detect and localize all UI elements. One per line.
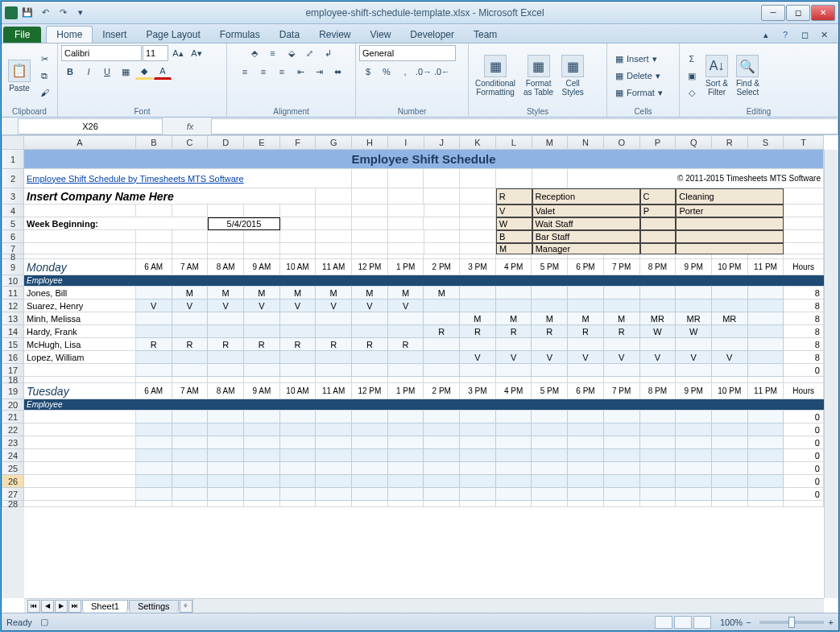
cell-D20[interactable] (208, 399, 244, 411)
cell-S17[interactable] (748, 364, 784, 377)
cell-G9[interactable]: 11 AM (316, 259, 352, 275)
name-box[interactable] (18, 118, 163, 134)
cell-P10[interactable] (640, 275, 677, 287)
cell-S23[interactable] (748, 436, 784, 449)
cell-C28[interactable] (172, 501, 209, 507)
cell-M22[interactable] (532, 423, 568, 436)
cell-J9[interactable]: 2 PM (424, 259, 460, 275)
cell-S14[interactable] (748, 325, 784, 338)
fill-icon[interactable]: ▣ (683, 68, 701, 84)
cell-L10[interactable] (496, 275, 532, 287)
cell-J14[interactable]: R (424, 325, 460, 338)
cell-Q23[interactable] (676, 436, 712, 449)
cell-D9[interactable]: 8 AM (208, 259, 244, 275)
cell-C25[interactable] (172, 462, 209, 475)
cell-G11[interactable]: M (316, 287, 352, 299)
cell-E16[interactable] (244, 351, 280, 364)
cell-G12[interactable]: V (316, 299, 352, 312)
cell-F18[interactable] (280, 377, 317, 383)
cell-T7[interactable] (784, 243, 824, 254)
cell-I12[interactable]: V (388, 299, 424, 312)
zoom-level[interactable]: 100% (720, 618, 743, 627)
cell-D19[interactable]: 8 AM (208, 383, 244, 399)
cell-M17[interactable] (532, 364, 568, 377)
tab-data[interactable]: Data (270, 27, 309, 43)
cell-P16[interactable]: V (640, 351, 677, 364)
row-header-18[interactable]: 18 (2, 377, 24, 383)
minimize-button[interactable]: ─ (761, 5, 785, 21)
cell-O17[interactable] (604, 364, 640, 377)
cell-O11[interactable] (604, 287, 640, 299)
cell-I17[interactable] (388, 364, 424, 377)
cell-H12[interactable]: V (352, 299, 388, 312)
cell-A4[interactable] (24, 204, 136, 217)
col-header-A[interactable]: A (24, 135, 136, 150)
row-header-14[interactable]: 14 (2, 325, 24, 338)
cell-L20[interactable] (496, 399, 532, 411)
cell-G10[interactable] (316, 275, 352, 287)
cell-N2[interactable]: © 2011-2015 Timesheets MTS Software (568, 169, 824, 188)
cell-T6[interactable] (784, 230, 824, 243)
border-icon[interactable]: ▦ (117, 64, 134, 80)
cell-L7[interactable]: M (496, 243, 532, 254)
cell-P26[interactable] (640, 475, 677, 488)
cell-C24[interactable] (172, 449, 209, 462)
page-layout-view-button[interactable] (674, 616, 692, 629)
page-break-view-button[interactable] (693, 616, 711, 629)
cell-S26[interactable] (748, 475, 784, 488)
cell-G3[interactable] (316, 188, 352, 204)
cell-N17[interactable] (568, 364, 604, 377)
cell-A22[interactable] (24, 423, 136, 436)
cell-H18[interactable] (352, 377, 388, 383)
cell-J11[interactable]: M (424, 287, 460, 299)
row-header-23[interactable]: 23 (2, 436, 24, 449)
cell-T17[interactable]: 0 (784, 364, 824, 377)
cell-J22[interactable] (424, 423, 460, 436)
column-headers[interactable]: ABCDEFGHIJKLMNOPQRST (24, 135, 824, 150)
cell-B7[interactable] (136, 243, 172, 254)
cell-J15[interactable] (424, 338, 460, 351)
row-header-19[interactable]: 19 (2, 383, 24, 399)
cell-B14[interactable] (136, 325, 172, 338)
cell-O19[interactable]: 7 PM (604, 383, 640, 399)
cell-S13[interactable] (748, 312, 784, 325)
cell-A20[interactable]: Employee (24, 399, 136, 411)
cell-A26[interactable] (24, 475, 136, 488)
horizontal-scrollbar[interactable] (192, 599, 824, 613)
cell-J6[interactable] (424, 230, 461, 243)
col-header-N[interactable]: N (568, 135, 604, 150)
cell-E12[interactable]: V (244, 299, 280, 312)
cell-H16[interactable] (352, 351, 388, 364)
cell-J24[interactable] (424, 449, 460, 462)
cell-K3[interactable] (460, 188, 496, 204)
cell-M24[interactable] (532, 449, 568, 462)
cell-I19[interactable]: 1 PM (388, 383, 424, 399)
col-header-K[interactable]: K (460, 135, 496, 150)
row-header-20[interactable]: 20 (2, 399, 24, 411)
row-header-13[interactable]: 13 (2, 312, 24, 325)
cell-J2[interactable] (424, 169, 460, 188)
cell-L11[interactable] (496, 287, 532, 299)
row-header-28[interactable]: 28 (2, 501, 24, 507)
cell-F16[interactable] (280, 351, 317, 364)
align-left-icon[interactable]: ≡ (236, 64, 254, 80)
italic-button[interactable]: I (80, 64, 97, 80)
cell-B27[interactable] (136, 488, 172, 501)
decrease-decimal-icon[interactable]: .0← (433, 64, 451, 80)
cell-B9[interactable]: 6 AM (136, 259, 172, 275)
qat-customize-icon[interactable]: ▾ (72, 5, 89, 21)
cell-Q9[interactable]: 9 PM (676, 259, 712, 275)
cell-L17[interactable] (496, 364, 532, 377)
col-header-P[interactable]: P (640, 135, 677, 150)
cell-P9[interactable]: 8 PM (640, 259, 677, 275)
cell-Q3[interactable]: Cleaning (676, 188, 784, 204)
cell-K7[interactable] (460, 243, 496, 254)
cell-T28[interactable] (784, 501, 824, 507)
cell-R10[interactable] (712, 275, 748, 287)
cell-A14[interactable]: Hardy, Frank (24, 325, 136, 338)
row-header-10[interactable]: 10 (2, 275, 24, 287)
cell-F21[interactable] (280, 411, 317, 423)
cell-N12[interactable] (568, 299, 604, 312)
cell-D28[interactable] (208, 501, 244, 507)
cell-K22[interactable] (460, 423, 496, 436)
